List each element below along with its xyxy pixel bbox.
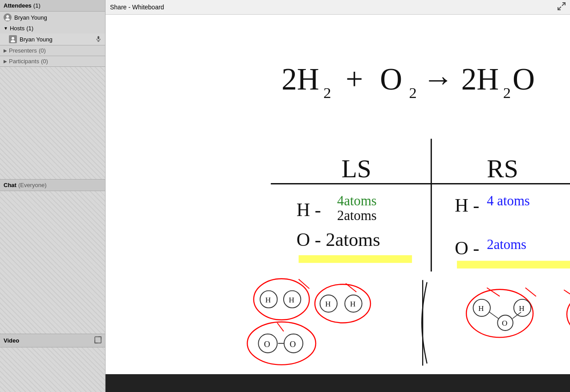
participants-count: (0) [41,58,48,65]
expand-video-button[interactable] [94,336,102,345]
svg-text:H -: H - [455,195,479,216]
hosts-section: ▼ Hosts (1) Bryan Young [0,23,105,45]
video-header: Video [0,334,105,347]
svg-point-3 [11,40,15,42]
svg-text:2H: 2H [461,62,499,96]
presenters-label: Presenters [9,47,37,54]
whiteboard-header: Share - Whiteboard [106,0,570,15]
svg-text:O: O [289,339,296,349]
svg-text:H: H [478,304,484,313]
svg-text:RS: RS [487,155,518,183]
participants-arrow-icon: ▶ [4,59,7,64]
presenters-header[interactable]: ▶ Presenters (0) [0,45,105,56]
app: Attendees (1) Bryan Young ▼ Hosts ( [0,0,570,392]
svg-text:O: O [380,62,402,96]
video-section: Video [0,334,105,392]
whiteboard-container: Share - Whiteboard 2H 2 [106,0,570,392]
svg-text:2: 2 [503,84,511,101]
svg-line-60 [489,312,498,318]
svg-text:4atoms: 4atoms [337,193,377,208]
svg-text:O - 2atoms: O - 2atoms [297,229,380,250]
person-icon [10,36,16,42]
presenters-section: ▶ Presenters (0) [0,45,105,56]
svg-text:2atoms: 2atoms [487,237,526,252]
participants-header[interactable]: ▶ Participants (0) [0,56,105,66]
svg-rect-32 [457,261,570,268]
svg-text:2: 2 [323,84,331,101]
svg-text:H: H [350,300,355,308]
svg-text:LS: LS [342,155,371,183]
fullscreen-button[interactable] [558,2,566,12]
left-panel: Attendees (1) Bryan Young ▼ Hosts ( [0,0,106,392]
svg-text:2atoms: 2atoms [337,208,377,223]
svg-text:O: O [513,62,535,96]
svg-text:→: → [423,62,453,96]
main-content: Attendees (1) Bryan Young ▼ Hosts ( [0,0,570,392]
svg-rect-4 [98,36,99,39]
svg-text:2: 2 [409,84,416,101]
svg-line-73 [564,290,570,298]
mic-svg [95,36,102,42]
svg-line-52 [277,323,284,331]
svg-text:2H: 2H [281,62,319,96]
video-body [0,347,105,392]
svg-text:O: O [264,339,270,349]
avatar [9,35,17,43]
chat-scope: (Everyone) [18,182,47,188]
empty-panel-area [0,67,105,179]
svg-point-64 [567,290,570,339]
svg-point-1 [5,18,10,20]
fullscreen-icon [558,2,566,10]
avatar [4,13,12,21]
chat-section: Chat (Everyone) [0,179,105,334]
whiteboard-drawing: 2H 2 + O 2 → 2H 2 O [106,15,570,374]
svg-point-2 [12,37,14,40]
svg-text:O -: O - [455,237,479,258]
hosts-arrow-icon: ▼ [4,26,8,31]
chat-header: Chat (Everyone) [0,180,105,191]
svg-line-8 [562,3,565,6]
video-label: Video [4,337,19,344]
svg-text:H: H [265,296,271,304]
svg-text:+: + [346,62,363,96]
chat-body [0,191,105,334]
host-item: Bryan Young [0,33,105,45]
attendees-count: (1) [33,2,41,9]
attendees-label: Attendees [4,2,32,9]
whiteboard-canvas[interactable]: 2H 2 + O 2 → 2H 2 O [106,15,570,374]
hosts-label: Hosts [10,25,24,32]
microphone-icon [95,36,102,43]
presenters-count: (0) [39,47,46,54]
person-icon [4,14,11,20]
whiteboard-title: Share - Whiteboard [110,4,164,11]
svg-text:H: H [325,300,330,308]
participants-section: ▶ Participants (0) [0,56,105,67]
svg-line-63 [525,288,536,296]
hosts-header[interactable]: ▼ Hosts (1) [0,23,105,33]
svg-text:H: H [519,304,524,313]
whiteboard-toolbar [106,374,570,392]
svg-point-0 [6,15,9,18]
svg-text:4 atoms: 4 atoms [487,193,529,208]
svg-text:H: H [289,296,294,304]
chat-label: Chat [4,182,16,188]
attendee-item: Bryan Young [0,12,105,23]
attendee-name: Bryan Young [14,14,47,21]
presenters-arrow-icon: ▶ [4,48,7,53]
svg-text:H -: H - [297,199,321,220]
svg-rect-27 [299,255,412,263]
hosts-count: (1) [26,25,33,32]
host-name: Bryan Young [20,36,53,43]
svg-rect-7 [95,337,101,343]
svg-text:O: O [502,319,507,327]
svg-line-9 [558,7,561,10]
participants-label: Participants [9,58,39,65]
expand-icon [94,336,102,343]
hosts-list: Bryan Young [0,33,105,45]
attendees-header: Attendees (1) [0,0,105,12]
